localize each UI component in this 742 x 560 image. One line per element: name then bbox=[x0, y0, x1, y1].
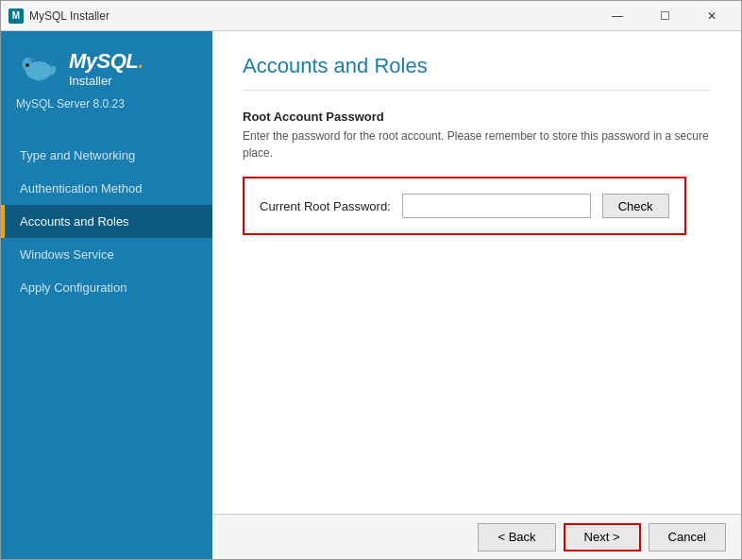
app-icon: M bbox=[8, 8, 24, 24]
content-area: Accounts and Roles Root Account Password… bbox=[212, 31, 741, 559]
main-layout: MySQL. Installer MySQL Server 8.0.23 Typ… bbox=[1, 31, 741, 559]
sidebar-item-type-networking[interactable]: Type and Networking bbox=[1, 139, 212, 172]
minimize-button[interactable]: — bbox=[596, 1, 639, 31]
section-desc: Enter the password for the root account.… bbox=[243, 127, 711, 161]
next-button[interactable]: Next > bbox=[564, 523, 641, 552]
dolphin-icon bbox=[16, 50, 61, 88]
maximize-button[interactable]: ☐ bbox=[643, 1, 686, 31]
section-title: Root Account Password bbox=[243, 110, 711, 124]
mysql-version: MySQL Server 8.0.23 bbox=[16, 97, 125, 110]
mysql-text: MySQL. Installer bbox=[69, 51, 143, 88]
sidebar-header: MySQL. Installer MySQL Server 8.0.23 bbox=[1, 31, 212, 129]
window-title: MySQL Installer bbox=[29, 9, 596, 23]
check-button[interactable]: Check bbox=[602, 194, 669, 218]
sidebar: MySQL. Installer MySQL Server 8.0.23 Typ… bbox=[1, 31, 212, 559]
sidebar-item-apply-configuration[interactable]: Apply Configuration bbox=[1, 271, 212, 304]
cancel-button[interactable]: Cancel bbox=[649, 523, 726, 552]
back-button[interactable]: < Back bbox=[478, 523, 555, 552]
content-body: Accounts and Roles Root Account Password… bbox=[212, 31, 741, 514]
close-button[interactable]: ✕ bbox=[690, 1, 734, 31]
mysql-brand-installer: Installer bbox=[69, 74, 143, 88]
page-title: Accounts and Roles bbox=[243, 54, 711, 91]
footer: < Back Next > Cancel bbox=[212, 514, 741, 559]
nav-items: Type and Networking Authentication Metho… bbox=[1, 139, 212, 304]
mysql-logo: MySQL. Installer bbox=[16, 50, 143, 88]
password-label: Current Root Password: bbox=[260, 199, 391, 213]
sidebar-item-windows-service[interactable]: Windows Service bbox=[1, 238, 212, 271]
mysql-brand-mysql: MySQL bbox=[69, 49, 138, 73]
current-root-password-input[interactable] bbox=[402, 194, 591, 218]
mysql-brand-dot: . bbox=[138, 49, 143, 73]
sidebar-item-accounts-roles[interactable]: Accounts and Roles bbox=[1, 205, 212, 238]
sidebar-item-authentication-method[interactable]: Authentication Method bbox=[1, 172, 212, 205]
mysql-brand: MySQL. bbox=[69, 51, 143, 72]
main-window: M MySQL Installer — ☐ ✕ bbox=[0, 0, 742, 560]
window-controls: — ☐ ✕ bbox=[596, 1, 734, 31]
svg-point-1 bbox=[25, 63, 29, 67]
titlebar: M MySQL Installer — ☐ ✕ bbox=[1, 1, 741, 31]
password-box: Current Root Password: Check bbox=[243, 177, 686, 235]
